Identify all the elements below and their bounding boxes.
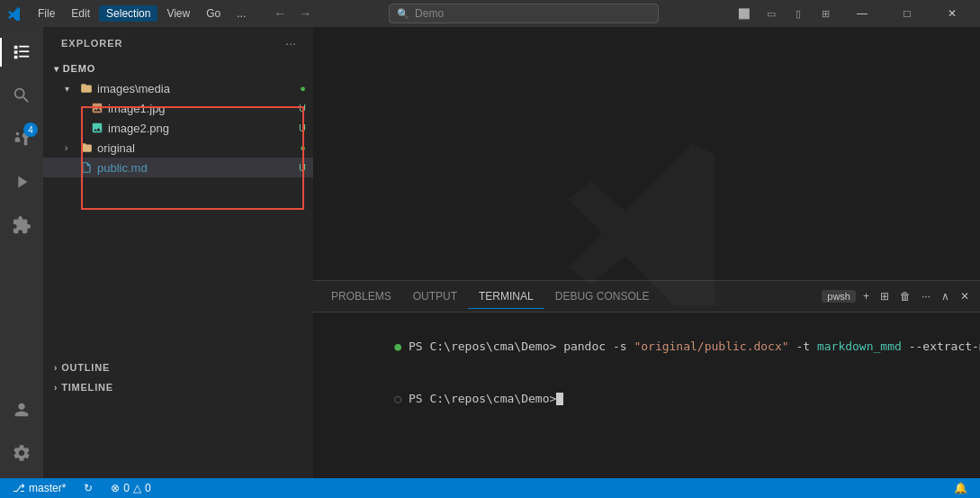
layout-btn-2[interactable]: ▭ [759, 4, 784, 23]
public-md-label: public.md [97, 161, 295, 175]
folder-icon [80, 141, 93, 154]
status-branch[interactable]: ⎇ master* [7, 478, 71, 498]
demo-folder-label: ▾ DEMO [54, 63, 95, 74]
terminal-cursor [556, 393, 563, 405]
terminal-split-button[interactable]: ⊞ [877, 288, 893, 304]
outline-section[interactable]: › OUTLINE [43, 358, 313, 377]
explorer-icon [12, 42, 31, 62]
terminal-flag2: --extract-media=images -o [902, 340, 980, 353]
tree-item-image1[interactable]: image1.jpg U [43, 98, 313, 118]
terminal-arg2: markdown_mmd [817, 340, 902, 353]
png-file-icon [90, 121, 104, 135]
chevron-right-icon: › [54, 383, 58, 393]
nav-back-button[interactable]: ← [269, 5, 291, 23]
activity-source-control[interactable]: 4 [0, 117, 43, 160]
git-status-image1: U [299, 103, 306, 113]
terminal-more-button[interactable]: ··· [918, 288, 934, 304]
new-file-button[interactable]: + [238, 61, 250, 77]
activity-accounts[interactable] [0, 388, 43, 431]
menu-more[interactable]: ... [229, 5, 253, 22]
terminal-content[interactable]: ● PS C:\repos\cma\Demo> pandoc -s "origi… [313, 312, 980, 478]
error-icon: ⊗ [111, 482, 120, 494]
terminal-maximize-button[interactable]: ∧ [938, 288, 953, 304]
md-file-icon [79, 160, 94, 175]
image-icon [91, 102, 103, 114]
run-icon [12, 172, 31, 192]
title-bar-right: ⬜ ▭ ▯ ⊞ — □ ✕ [732, 0, 973, 27]
tree-item-image2[interactable]: image2.png U [43, 118, 313, 138]
image1-label: image1.jpg [108, 102, 295, 115]
collapse-button[interactable]: ⊟ [291, 61, 306, 77]
tree-item-original[interactable]: › original ● [43, 138, 313, 158]
terminal-trash-button[interactable]: 🗑 [896, 288, 914, 304]
status-bar: ⎇ master* ↻ ⊗ 0 △ 0 🔔 [0, 478, 980, 498]
activity-settings[interactable] [0, 431, 43, 475]
nav-forward-button[interactable]: → [294, 5, 316, 23]
layout-btn-1[interactable]: ⬜ [732, 4, 757, 23]
folder-icon [79, 140, 94, 155]
menu-file[interactable]: File [31, 5, 62, 22]
extensions-icon [12, 215, 31, 235]
terminal-panel: PROBLEMS OUTPUT TERMINAL DEBUG CONSOLE p… [313, 280, 980, 478]
branch-icon: ⎇ [13, 482, 25, 494]
folder-open-icon [79, 81, 94, 95]
git-status-image2: U [299, 122, 306, 133]
git-status-images-media: ● [300, 83, 306, 94]
chevron-down-icon: ▾ [54, 64, 59, 74]
chevron-right-icon: › [65, 143, 79, 153]
accounts-icon [12, 400, 31, 420]
close-button[interactable]: ✕ [931, 0, 973, 27]
status-notification[interactable]: 🔔 [949, 478, 973, 498]
maximize-button[interactable]: □ [886, 0, 928, 27]
menu-selection[interactable]: Selection [99, 5, 157, 22]
new-folder-button[interactable]: 📁 [252, 61, 272, 77]
settings-icon [12, 443, 31, 463]
activity-bar: 4 [0, 27, 43, 478]
layout-btn-4[interactable]: ⊞ [813, 4, 838, 23]
sidebar-more-button[interactable]: ··· [283, 34, 299, 52]
tab-output[interactable]: OUTPUT [402, 285, 468, 309]
search-wrapper[interactable]: 🔍 Demo [389, 4, 659, 23]
sidebar-actions: ··· [283, 34, 299, 52]
activity-search[interactable] [0, 74, 43, 117]
status-errors[interactable]: ⊗ 0 △ 0 [105, 478, 156, 498]
terminal-dot-1: ● [394, 340, 409, 353]
main-layout: 4 EXPLORER [0, 27, 980, 478]
pwsh-label: pwsh [822, 290, 856, 303]
vscode-icon [7, 6, 22, 21]
timeline-section[interactable]: › TIMELINE [43, 377, 313, 397]
terminal-prompt-1: PS C:\repos\cma\Demo> [409, 340, 556, 353]
search-icon [12, 86, 31, 105]
tab-problems[interactable]: PROBLEMS [320, 285, 402, 309]
activity-run[interactable] [0, 160, 43, 204]
tree-item-images-media[interactable]: ▾ images\media ● [43, 78, 313, 98]
sidebar-title: EXPLORER [61, 38, 123, 49]
warning-count: 0 [145, 482, 151, 494]
nav-buttons: ← → [269, 5, 316, 23]
activity-extensions[interactable] [0, 204, 43, 247]
outline-label: OUTLINE [61, 362, 110, 373]
explorer-section: ▾ DEMO + 📁 ↻ ⊟ ▾ images\media ● [43, 59, 313, 478]
sync-icon: ↻ [84, 482, 93, 494]
folder-icon [80, 82, 93, 95]
menu-edit[interactable]: Edit [64, 5, 97, 22]
activity-explorer[interactable] [0, 31, 43, 74]
images-media-label: images\media [97, 82, 296, 95]
status-bar-left: ⎇ master* ↻ ⊗ 0 △ 0 [7, 478, 157, 498]
terminal-flag1: -t [789, 340, 817, 353]
menu-view[interactable]: View [159, 5, 197, 22]
terminal-close-button[interactable]: ✕ [957, 288, 973, 304]
timeline-label: TIMELINE [61, 382, 113, 393]
demo-folder-header[interactable]: ▾ DEMO + 📁 ↻ ⊟ [43, 59, 313, 78]
tree-item-public-md[interactable]: public.md U [43, 158, 313, 177]
refresh-button[interactable]: ↻ [274, 61, 289, 77]
layout-btn-3[interactable]: ▯ [786, 4, 811, 23]
menu-go[interactable]: Go [199, 5, 228, 22]
minimize-button[interactable]: — [841, 0, 883, 27]
jpg-file-icon [90, 101, 104, 115]
content-area: PROBLEMS OUTPUT TERMINAL DEBUG CONSOLE p… [313, 27, 980, 478]
terminal-add-button[interactable]: + [859, 288, 873, 304]
tab-terminal[interactable]: TERMINAL [468, 285, 544, 309]
search-placeholder: Demo [415, 7, 444, 20]
status-sync[interactable]: ↻ [78, 478, 98, 498]
